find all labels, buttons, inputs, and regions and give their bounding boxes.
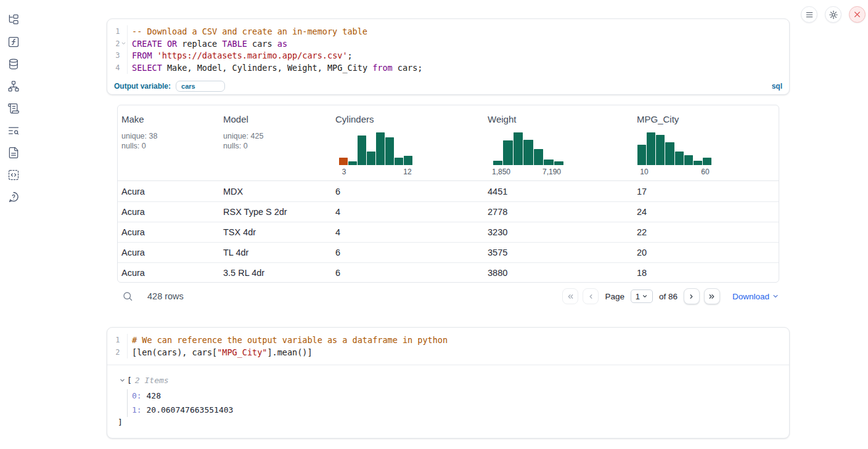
histogram-bar [637, 145, 646, 165]
bracket-open: [ [127, 376, 132, 385]
column-stats-make: unique: 38nulls: 0 [121, 131, 157, 151]
documentation-icon[interactable] [0, 142, 27, 164]
table-cell: Acura [121, 227, 145, 237]
table-cell: 6 [335, 187, 340, 196]
histogram-bar [647, 132, 655, 165]
chevron-down-icon [772, 293, 779, 300]
search-icon [122, 291, 133, 302]
histogram-bar [694, 161, 702, 165]
page-select[interactable]: 1 [631, 289, 653, 303]
language-badge[interactable]: sql [772, 82, 782, 91]
chevron-left-icon [587, 293, 595, 301]
marimo-notebook: 1-- Download a CSV and create an in-memo… [0, 0, 868, 449]
column-header-mpg-city[interactable]: MPG_City [637, 114, 679, 124]
histogram-bar [703, 158, 711, 165]
column-stats-model: unique: 425nulls: 0 [223, 131, 263, 151]
sql-code-editor[interactable]: 1-- Download a CSV and create an in-memo… [107, 19, 789, 74]
table-row: AcuraRSX Type S 2dr4277824 [118, 201, 779, 222]
first-page-button[interactable] [562, 288, 578, 304]
python-cell: 1# We can reference the output variable … [107, 327, 790, 439]
histogram-bar [554, 161, 563, 165]
pagination: Page 1 of 86 Download [562, 288, 779, 304]
code-line: 4SELECT Make, Model, Cylinders, Weight, … [107, 62, 789, 74]
last-page-button[interactable] [704, 288, 720, 304]
histogram-bar [358, 136, 366, 165]
page-total-label: of 86 [659, 292, 678, 301]
table-row: AcuraTL 4dr6357520 [118, 242, 779, 262]
table-header: Make Model Cylinders Weight MPG_City uni… [118, 105, 779, 181]
scratchpad-scroll-icon[interactable] [0, 97, 27, 119]
gear-icon [829, 10, 838, 20]
table-cell: Acura [121, 207, 145, 217]
table-cell: 4 [335, 227, 340, 237]
histogram-bar [675, 152, 684, 165]
column-header-model[interactable]: Model [223, 114, 248, 124]
snippets-icon[interactable] [0, 164, 27, 186]
column-header-make[interactable]: Make [121, 114, 144, 124]
histogram-bar [376, 132, 385, 165]
hamburger-icon [805, 10, 814, 19]
page-label: Page [605, 292, 624, 301]
histogram-bar [493, 161, 502, 165]
helper-sidebar [0, 9, 27, 208]
dependency-graph-icon[interactable] [0, 75, 27, 97]
code-line: 2CREATE OR replace TABLE cars as [107, 38, 789, 50]
histogram-bar [348, 161, 357, 165]
search-button[interactable] [117, 291, 133, 302]
shutdown-button[interactable] [849, 6, 866, 23]
code-line: 1-- Download a CSV and create an in-memo… [107, 25, 789, 38]
table-cell: Acura [121, 248, 145, 257]
histogram-bar [367, 152, 375, 165]
table-row: AcuraMDX6445117 [118, 181, 779, 201]
table-body: AcuraMDX6445117AcuraRSX Type S 2dr427782… [118, 181, 779, 283]
histogram-bar [404, 156, 412, 165]
python-code-editor[interactable]: 1# We can reference the output variable … [107, 328, 789, 358]
table-cell: 20 [637, 248, 647, 257]
fold-chevron-icon [121, 41, 126, 46]
table-row: AcuraTSX 4dr4323022 [118, 222, 779, 242]
table-footer: 428 rows Page 1 of 86 [117, 285, 779, 308]
download-button[interactable]: Download [732, 292, 779, 301]
table-cell: 18 [637, 268, 647, 278]
items-count: 2 Items [135, 376, 169, 385]
help-icon[interactable] [0, 186, 27, 208]
histogram-mpg-city [637, 132, 711, 165]
row-count: 428 rows [147, 291, 184, 301]
logs-search-icon[interactable] [0, 119, 27, 142]
tree-item: 1: 20.060747663551403 [132, 403, 789, 417]
table-cell: RSX Type S 2dr [223, 207, 287, 217]
tree-collapse-toggle[interactable] [119, 377, 126, 384]
bracket-close: ] [118, 418, 789, 427]
histogram-cylinders [339, 132, 412, 165]
table-cell: 3230 [488, 227, 507, 237]
histogram-weight [493, 132, 563, 165]
histogram-bar [395, 158, 403, 165]
table-cell: Acura [121, 268, 145, 278]
histogram-bar [656, 135, 665, 165]
output-variable-input[interactable] [176, 81, 225, 92]
table-cell: 3.5 RL 4dr [223, 268, 264, 278]
notebook-actions [801, 6, 866, 23]
previous-page-button[interactable] [583, 288, 599, 304]
menu-button[interactable] [801, 6, 817, 23]
table-cell: TSX 4dr [223, 227, 256, 237]
histogram-axis-mpg-city: 10 60 [637, 168, 711, 177]
functions-icon[interactable] [0, 31, 27, 53]
next-page-button[interactable] [684, 288, 700, 304]
histogram-bar [339, 158, 348, 165]
column-header-weight[interactable]: Weight [488, 114, 516, 124]
chevron-down-icon [119, 377, 126, 384]
table-cell: 2778 [488, 207, 507, 217]
output-variable-label: Output variable: [114, 82, 171, 91]
table-cell: 4451 [488, 187, 507, 196]
column-header-cylinders[interactable]: Cylinders [335, 114, 374, 124]
file-explorer-icon[interactable] [0, 9, 27, 31]
sql-cell: 1-- Download a CSV and create an in-memo… [107, 18, 790, 95]
code-line: 2[len(cars), cars["MPG_City"].mean()] [107, 346, 789, 358]
database-icon[interactable] [0, 53, 27, 75]
tree-item: 0: 428 [132, 389, 789, 403]
settings-button[interactable] [825, 6, 841, 23]
chevrons-left-icon [567, 293, 575, 301]
chevron-right-icon [687, 293, 695, 301]
notebook-main: 1-- Download a CSV and create an in-memo… [107, 0, 790, 449]
